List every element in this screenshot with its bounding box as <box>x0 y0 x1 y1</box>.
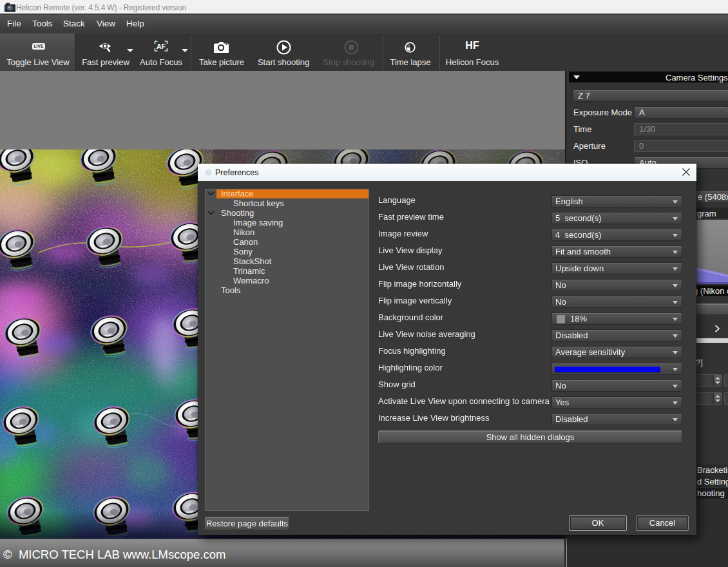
svg-text:AF: AF <box>157 43 166 50</box>
